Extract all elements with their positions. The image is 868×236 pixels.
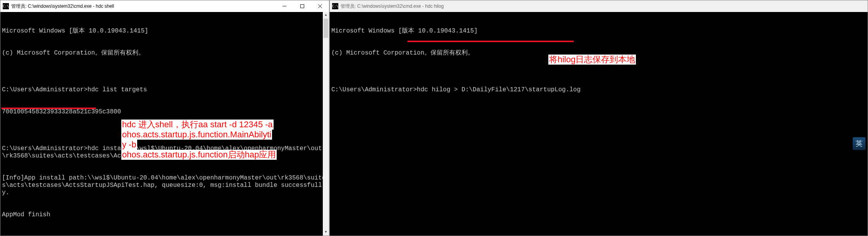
cmd-icon: C:\	[332, 3, 338, 9]
annotation-text: ohos.acts.startup.js.function启动hap应用	[121, 150, 277, 160]
terminal-line: C:\Users\Administrator>hdc hilog > D:\Da…	[331, 86, 866, 94]
cmd-window-right: C:\ 管理员: C:\windows\system32\cmd.exe - h…	[329, 0, 868, 236]
window-title: 管理员: C:\windows\system32\cmd.exe - hdc s…	[11, 3, 114, 10]
cmd-window-left: C:\ 管理员: C:\windows\system32\cmd.exe - h…	[0, 0, 329, 236]
maximize-icon	[300, 4, 304, 8]
svg-rect-1	[301, 5, 304, 8]
terminal-line: [Info]App install path:\\wsl$\Ubuntu-20.…	[2, 174, 327, 197]
terminal-output[interactable]: Microsoft Windows [版本 10.0.19043.1415] (…	[330, 12, 868, 236]
terminal-line: C:\Users\Administrator>hdc list targets	[2, 86, 327, 94]
terminal-line: (c) Microsoft Corporation。保留所有权利。	[2, 50, 327, 57]
scroll-down-button[interactable]: ▼	[323, 229, 329, 236]
annotation-text: ohos.acts.startup.js.function.MainAbilyt…	[121, 130, 272, 140]
minimize-button[interactable]	[276, 0, 293, 12]
title-bar[interactable]: C:\ 管理员: C:\windows\system32\cmd.exe - h…	[330, 0, 868, 12]
annotation-text: y -b	[121, 140, 137, 150]
ime-indicator[interactable]: 英	[852, 137, 866, 150]
annotation-underline	[407, 41, 574, 42]
close-button[interactable]	[311, 0, 329, 12]
scrollbar[interactable]: ▲ ▼	[323, 12, 329, 236]
scroll-up-button[interactable]: ▲	[323, 12, 329, 19]
annotation-text: hdc 进入shell，执行aa start -d 12345 -a	[121, 120, 274, 130]
scroll-track[interactable]	[323, 19, 329, 229]
terminal-line: 7001005458323933328a521c395c3800	[2, 108, 327, 116]
close-icon	[318, 4, 322, 8]
cmd-icon: C:\	[3, 3, 9, 9]
terminal-line: Microsoft Windows [版本 10.0.19043.1415]	[331, 27, 866, 35]
window-title: 管理员: C:\windows\system32\cmd.exe - hdc h…	[341, 3, 444, 10]
terminal-output[interactable]: Microsoft Windows [版本 10.0.19043.1415] (…	[0, 12, 329, 236]
terminal-line: Microsoft Windows [版本 10.0.19043.1415]	[2, 27, 327, 35]
terminal-line: AppMod finish	[2, 211, 327, 219]
scroll-thumb[interactable]	[324, 19, 328, 38]
annotation-underline	[1, 108, 96, 109]
annotation-text: 将hilog日志保存到本地	[548, 55, 636, 65]
minimize-icon	[282, 4, 286, 8]
maximize-button[interactable]	[293, 0, 311, 12]
title-bar[interactable]: C:\ 管理员: C:\windows\system32\cmd.exe - h…	[0, 0, 329, 12]
